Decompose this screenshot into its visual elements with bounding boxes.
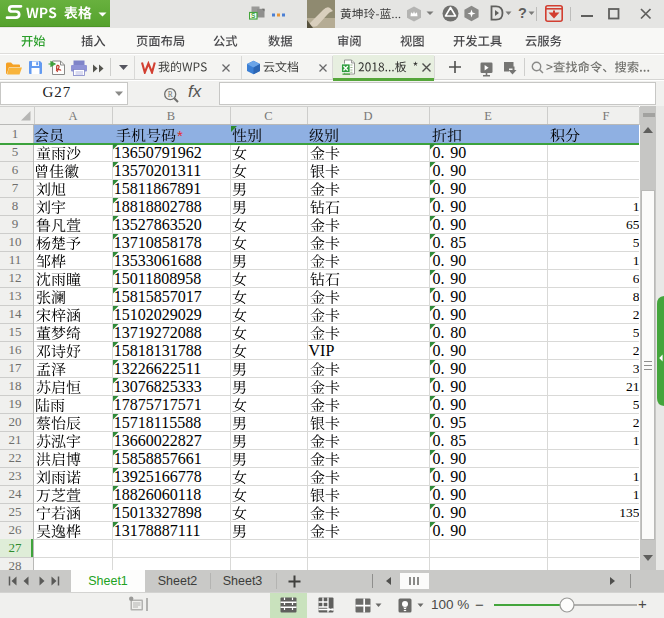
svg-text:S: S (251, 12, 256, 19)
svg-text:R: R (167, 90, 172, 99)
